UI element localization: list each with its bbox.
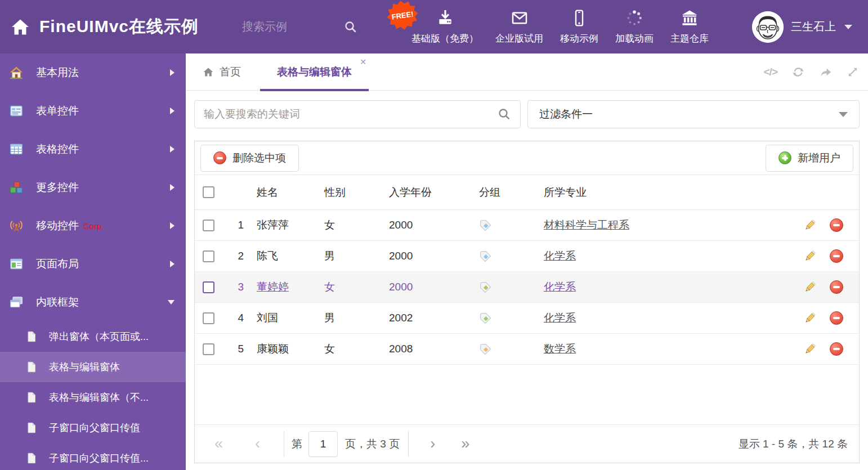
header-search (242, 0, 357, 53)
edit-pencil-icon[interactable] (803, 311, 817, 325)
close-icon[interactable]: ✕ (360, 58, 366, 66)
sidebar-item-basic-usage[interactable]: 基本用法 (0, 53, 186, 92)
sidebar-item-iframe[interactable]: 内联框架 (0, 283, 186, 321)
major-link[interactable]: 数学系 (544, 343, 576, 355)
edit-pencil-icon[interactable] (803, 249, 817, 263)
sidebar-subitem[interactable]: 子窗口向父窗口传值... (0, 443, 186, 470)
delete-row-icon[interactable] (830, 342, 843, 356)
add-user-button[interactable]: 新增用户 (766, 145, 853, 172)
sidebar-subitem[interactable]: 子窗口向父窗口传值 (0, 413, 186, 443)
nav-item-basic-edition[interactable]: 基础版（免费） (403, 0, 487, 53)
sidebar-item-mobile-controls[interactable]: 移动控件Corp. (0, 207, 186, 245)
header-search-input[interactable] (242, 20, 326, 33)
next-page-button[interactable]: › (430, 436, 435, 451)
filter-dropdown-value: 过滤条件一 (539, 107, 593, 122)
major-link[interactable]: 材料科学与工程系 (544, 219, 629, 231)
delete-row-icon[interactable] (830, 311, 843, 325)
tag-icon (479, 219, 492, 232)
column-header-major[interactable]: 所学专业 (544, 185, 786, 200)
fullscreen-icon[interactable] (847, 66, 859, 78)
sidebar-item-label: 内联框架 (36, 295, 168, 310)
sidebar-subitem-label: 弹出窗体（本页面或... (49, 330, 149, 343)
prev-page-button[interactable]: ‹ (255, 436, 260, 451)
column-header-year[interactable]: 入学年份 (389, 185, 476, 200)
sidebar-item-label: 更多控件 (36, 180, 170, 195)
nav-item-loading-animation[interactable]: 加载动画 (607, 0, 662, 53)
last-page-button[interactable]: » (461, 436, 469, 451)
row-index: 2 (231, 250, 244, 262)
sidebar: 基本用法 表单控件 表格控件 更多控件 移动控件Corp. 页面布局 (0, 53, 186, 470)
edit-pencil-icon[interactable] (803, 218, 817, 232)
row-checkbox[interactable] (203, 312, 214, 324)
cell-major: 化学系 (544, 311, 786, 325)
download-icon (436, 9, 454, 27)
row-checkbox[interactable] (203, 281, 214, 293)
avatar (752, 11, 784, 43)
delete-row-icon[interactable] (830, 218, 843, 232)
file-icon (25, 330, 38, 343)
sidebar-subitem[interactable]: 弹出窗体（本页面或... (0, 321, 186, 352)
chevron-right-icon (170, 261, 175, 267)
table-row[interactable]: 3 董婷婷 女 2000 化学系 (195, 272, 859, 303)
cell-name: 张萍萍 (244, 218, 324, 232)
table-row[interactable]: 2 陈飞 男 2000 化学系 (195, 241, 859, 272)
nav-item-theme-store[interactable]: 主题仓库 (662, 0, 717, 53)
user-menu[interactable]: 三生石上 (752, 0, 852, 53)
row-checkbox[interactable] (203, 220, 214, 231)
row-checkbox[interactable] (203, 250, 214, 262)
table-row[interactable]: 1 张萍萍 女 2000 材料科学与工程系 (195, 210, 859, 241)
record-count-summary: 显示 1 - 5 条，共 12 条 (739, 437, 848, 451)
sidebar-item-label: 基本用法 (36, 65, 170, 80)
major-link[interactable]: 化学系 (544, 250, 576, 262)
delete-row-icon[interactable] (830, 249, 843, 263)
tab-grid-edit-window[interactable]: 表格与编辑窗体 ✕ (260, 53, 369, 91)
sidebar-item-page-layout[interactable]: 页面布局 (0, 245, 186, 283)
column-header-group[interactable]: 分组 (476, 185, 544, 200)
source-code-icon[interactable]: </> (764, 66, 777, 78)
nav-item-enterprise-trial[interactable]: 企业版试用 (487, 0, 552, 53)
major-link[interactable]: 化学系 (544, 281, 576, 293)
add-user-label: 新增用户 (798, 151, 840, 165)
file-icon (25, 452, 38, 464)
select-all-checkbox[interactable] (203, 186, 214, 198)
open-new-window-icon[interactable] (819, 65, 833, 79)
delete-row-icon[interactable] (830, 280, 843, 294)
keyword-search-input[interactable] (204, 108, 498, 120)
sidebar-subitem[interactable]: 表格与编辑窗体（不... (0, 382, 186, 413)
tab-home[interactable]: 首页 (203, 65, 241, 79)
column-header-name[interactable]: 姓名 (244, 185, 324, 200)
plus-circle-icon (778, 151, 791, 164)
delete-selected-button[interactable]: 删除选中项 (200, 145, 299, 172)
column-header-gender[interactable]: 性别 (324, 185, 389, 200)
cell-gender: 男 (324, 311, 389, 325)
row-checkbox[interactable] (203, 343, 214, 355)
antenna-icon (9, 218, 24, 233)
tag-icon (479, 281, 492, 294)
search-icon[interactable] (344, 20, 357, 34)
sidebar-item-more-controls[interactable]: 更多控件 (0, 168, 186, 207)
header-nav: 基础版（免费） 企业版试用 移动示例 加载动画 主题仓库 (403, 0, 717, 53)
table-row[interactable]: 4 刘国 男 2002 化学系 (195, 303, 859, 334)
nav-item-mobile-demo[interactable]: 移动示例 (552, 0, 607, 53)
bank-icon (681, 9, 699, 27)
sidebar-item-grid-controls[interactable]: 表格控件 (0, 130, 186, 168)
sidebar-item-label: 表单控件 (36, 104, 170, 118)
first-page-button[interactable]: « (214, 436, 223, 451)
major-link[interactable]: 化学系 (544, 312, 576, 324)
page-number-input[interactable] (308, 431, 338, 457)
refresh-icon[interactable] (791, 65, 805, 79)
app-logo[interactable]: FineUIMvc在线示例 (10, 0, 199, 53)
edit-pencil-icon[interactable] (803, 280, 817, 294)
nav-label: 基础版（免费） (411, 32, 478, 45)
cell-year: 2000 (389, 281, 476, 293)
sidebar-subitem[interactable]: 表格与编辑窗体 (0, 352, 186, 382)
search-icon[interactable] (498, 108, 511, 121)
pager-separator (284, 431, 284, 457)
edit-pencil-icon[interactable] (803, 342, 817, 356)
cell-name: 康颖颖 (244, 342, 324, 356)
home-icon (203, 66, 214, 78)
table-row[interactable]: 5 康颖颖 女 2008 数学系 (195, 334, 859, 365)
cell-group (476, 250, 544, 263)
sidebar-item-form-controls[interactable]: 表单控件 (0, 92, 186, 130)
filter-dropdown[interactable]: 过滤条件一 (527, 100, 860, 128)
